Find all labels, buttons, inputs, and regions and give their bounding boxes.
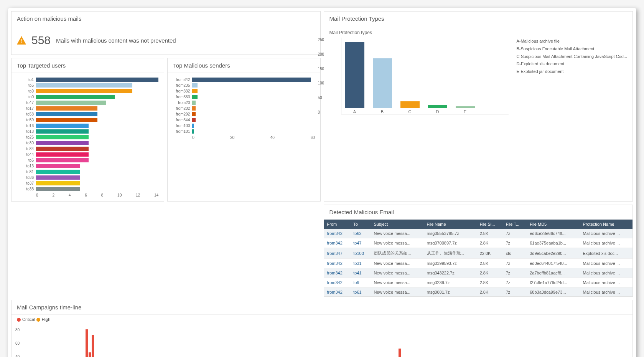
detected-email-table[interactable]: FromToSubjectFile NameFile Si...File T..… <box>324 220 633 296</box>
hbar-row-to58[interactable]: to58 <box>17 111 158 117</box>
hbar-row-to36[interactable]: to36 <box>17 175 158 180</box>
timeline-title: Mail Campaigns time-line <box>12 300 632 315</box>
senders-x-ticks: 0204060 <box>192 136 315 140</box>
legend-item: A-Malicious archive file <box>516 38 627 45</box>
hbar-row-to6[interactable]: to6 <box>17 157 158 163</box>
hbar-row-to18[interactable]: to18 <box>17 129 158 134</box>
hbar-row-to17[interactable]: to17 <box>17 106 158 111</box>
vbar-E[interactable]: E <box>456 106 475 114</box>
col-header[interactable]: Protection Name <box>580 220 632 229</box>
timeline-legend: Critical High <box>12 315 632 324</box>
vbar-A[interactable]: A <box>345 42 364 114</box>
legend-item: E-Exploited jar document <box>516 68 627 76</box>
table-row[interactable]: from342to9New voice messa...msg0239.7z2.… <box>324 278 633 288</box>
timeline-bar[interactable] <box>86 329 88 357</box>
hbar-row-to9[interactable]: to9 <box>17 88 158 94</box>
action-panel-title: Action on malicious mails <box>12 12 320 26</box>
warning-icon <box>17 36 26 45</box>
table-row[interactable]: from342to62New voice messa...msg05553785… <box>324 229 633 238</box>
hbar-row-from202[interactable]: from202 <box>173 106 315 111</box>
action-count: 558 <box>31 34 51 47</box>
legend-item: C-Suspicious Mail Attachment Containing … <box>516 53 627 61</box>
hbar-row-to37[interactable]: to37 <box>17 180 158 186</box>
hbar-row-from20[interactable]: from20 <box>173 100 315 105</box>
hbar-row-from100[interactable]: from100 <box>173 123 315 128</box>
action-text: Mails with malicious content was not pre… <box>56 37 176 44</box>
hbar-row-from235[interactable]: from235 <box>173 83 315 88</box>
hbar-row-to34[interactable]: to34 <box>17 146 158 151</box>
hbar-row-to5[interactable]: to5 <box>17 83 158 88</box>
senders-title: Top Malicious senders <box>168 58 320 73</box>
protection-types-panel: Mail Protection Types Mail Protection ty… <box>324 11 633 202</box>
dashboard: Action on malicious mails 558 Mails with… <box>8 8 636 357</box>
legend-item: D-Exploited xls document <box>516 60 627 68</box>
col-header[interactable]: File T... <box>503 220 527 229</box>
hbar-row-to59[interactable]: to59 <box>17 117 158 122</box>
hbar-row-from342[interactable]: from342 <box>173 77 315 82</box>
table-row[interactable]: from342to31New voice messa...msg0399593.… <box>324 259 633 268</box>
table-row[interactable]: from342to47New voice messa...msg0700897.… <box>324 238 633 248</box>
vbar-C[interactable]: C <box>400 101 420 114</box>
vbar-D[interactable]: D <box>428 105 447 114</box>
hbar-row-to16[interactable]: to16 <box>17 123 158 128</box>
hbar-row-to13[interactable]: to13 <box>17 163 158 169</box>
legend-item: B-Suspicious Executable Mail Attachment <box>516 45 627 53</box>
timeline-bar[interactable] <box>92 335 94 357</box>
types-legend: A-Malicious archive fileB-Suspicious Exe… <box>516 38 627 114</box>
protection-types-chart[interactable]: ABCDE <box>341 38 509 114</box>
col-header[interactable]: To <box>350 220 371 229</box>
hbar-row-to44[interactable]: to44 <box>17 152 158 157</box>
targeted-users-panel: Top Targeted users to1to5to9to0to47to17t… <box>11 58 164 202</box>
table-row[interactable]: from342to61New voice messa...msg0881.7z2… <box>324 288 633 297</box>
types-panel-title: Mail Protection Types <box>324 12 633 26</box>
hbar-row-to47[interactable]: to47 <box>17 100 158 105</box>
col-header[interactable]: File MD5 <box>527 220 580 229</box>
hbar-row-to26[interactable]: to26 <box>17 134 158 140</box>
table-row[interactable]: from342to41New voice messa...msg043222.7… <box>324 268 633 278</box>
hbar-row-from292[interactable]: from292 <box>173 111 315 117</box>
targeted-users-chart[interactable]: to1to5to9to0to47to17to58to59to16to18to26… <box>17 77 158 192</box>
action-panel: Action on malicious mails 558 Mails with… <box>11 11 321 55</box>
hbar-row-from333[interactable]: from333 <box>173 94 315 99</box>
timeline-panel: Mail Campaigns time-line Critical High 0… <box>11 300 633 357</box>
timeline-y-ticks: 020406080 <box>15 328 20 357</box>
hbar-row-from101[interactable]: from101 <box>173 129 315 134</box>
legend-label: High <box>42 317 51 322</box>
detected-email-panel: Detected Malicious Email FromToSubjectFi… <box>324 205 633 297</box>
types-subtitle: Mail Protection types <box>329 30 628 35</box>
types-y-ticks: 050100150200250 <box>318 38 324 114</box>
col-header[interactable]: From <box>324 220 351 229</box>
vbar-B[interactable]: B <box>373 58 392 114</box>
legend-label: Critical <box>22 317 36 322</box>
hbar-row-to31[interactable]: to31 <box>17 169 158 174</box>
timeline-bar[interactable] <box>89 352 91 357</box>
timeline-bar[interactable] <box>399 349 401 357</box>
hbar-row-to0[interactable]: to0 <box>17 94 158 99</box>
malicious-senders-chart[interactable]: from342from235from332from333from20from20… <box>173 77 315 134</box>
hbar-row-to1[interactable]: to1 <box>17 77 158 82</box>
col-header[interactable]: File Name <box>424 220 477 229</box>
targeted-title: Top Targeted users <box>12 58 164 73</box>
col-header[interactable]: File Si... <box>477 220 503 229</box>
col-header[interactable]: Subject <box>371 220 423 229</box>
hbar-row-to38[interactable]: to38 <box>17 186 158 192</box>
malicious-senders-panel: Top Malicious senders from342from235from… <box>167 58 320 202</box>
hbar-row-to30[interactable]: to30 <box>17 140 158 145</box>
table-row[interactable]: from347to100团队成员的关系如...从工作、生活作玩...22.0Kx… <box>324 248 633 259</box>
detected-table-scroll[interactable]: FromToSubjectFile NameFile Si...File T..… <box>324 220 633 296</box>
hbar-row-from344[interactable]: from344 <box>173 117 315 122</box>
timeline-chart[interactable]: 020406080 Sun 112:00 PMMon 212:00 PMTue … <box>12 324 632 357</box>
detected-title: Detected Malicious Email <box>324 205 633 220</box>
table-header-row: FromToSubjectFile NameFile Si...File T..… <box>324 220 633 229</box>
targeted-x-ticks: 02468101214 <box>36 193 158 197</box>
hbar-row-from332[interactable]: from332 <box>173 88 315 94</box>
